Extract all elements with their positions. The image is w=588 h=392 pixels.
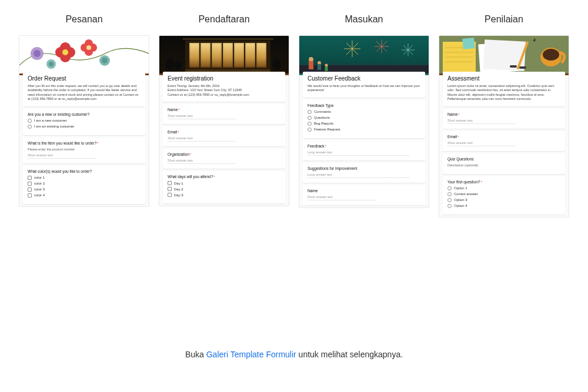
q-label: Feedback Type (308, 103, 420, 108)
checkbox-color3[interactable]: color 3 (28, 187, 141, 192)
radio-icon (28, 125, 32, 129)
template-col-feedback: Masukan (299, 14, 429, 217)
radio-comments[interactable]: Comments (308, 110, 420, 114)
question-feedback-type: Feedback Type Comments Questions Bug Rep… (303, 100, 425, 138)
q-label: Quiz Questions (447, 157, 560, 161)
template-col-assessment: Penilaian (439, 14, 569, 217)
svg-rect-44 (309, 61, 313, 69)
checkbox-icon (28, 176, 32, 180)
radio-opt3[interactable]: Option 3 (447, 198, 560, 202)
template-col-order: Pesanan (19, 14, 149, 217)
svg-point-12 (86, 45, 91, 50)
svg-rect-46 (318, 64, 321, 70)
checkbox-day2[interactable]: Day 2 (168, 187, 280, 191)
banner-flowers (19, 36, 149, 73)
gallery-link[interactable]: Galeri Template Formulir (206, 350, 296, 359)
radio-opt4[interactable]: Option 4 (447, 204, 560, 208)
question-suggestions: Suggestions for improvement Long answer … (303, 163, 425, 183)
radio-icon (447, 198, 452, 202)
banner-desk (439, 36, 569, 73)
form-title: Event registration (168, 75, 280, 82)
checkbox-color1[interactable]: color 1 (28, 176, 141, 180)
radio-icon (308, 128, 312, 132)
roof-icon (183, 38, 273, 40)
short-answer-input[interactable]: Short answer text (28, 153, 95, 159)
radio-new-customer[interactable]: I am a new customer (28, 119, 141, 123)
radio-feature[interactable]: Feature Request (308, 128, 420, 132)
short-answer-input[interactable]: Short answer text (168, 114, 235, 119)
question-days: What days will you attend?* Day 1 Day 2 … (163, 171, 285, 203)
form-desc: We would love to hear your thoughts or f… (308, 84, 420, 93)
footer-text: Buka Galeri Template Formulir untuk meli… (0, 350, 588, 359)
col-title-assessment: Penilaian (485, 14, 523, 25)
svg-point-43 (309, 57, 313, 62)
checkbox-day1[interactable]: Day 1 (168, 181, 280, 185)
q-sub: Description (optional) (447, 163, 560, 167)
template-gallery: Pesanan (0, 0, 588, 217)
checkbox-icon (168, 187, 172, 191)
radio-bugs[interactable]: Bug Reports (308, 122, 420, 126)
template-card-assessment[interactable]: Assessment Lorem ipsum dolor sit amet, c… (439, 35, 569, 217)
svg-point-61 (543, 49, 559, 61)
q-label: What color(s) would you like to order? (28, 169, 141, 173)
question-first: Your first question?* Option 1 Correct a… (443, 176, 565, 215)
svg-rect-57 (462, 38, 475, 49)
flowers-icon (19, 36, 149, 73)
quiz-header: Quiz Questions Description (optional) (443, 153, 565, 174)
svg-point-16 (49, 62, 54, 66)
short-answer-input[interactable]: Short answer text (168, 159, 235, 164)
form-header: Event registration Event Timing: January… (163, 72, 285, 102)
svg-rect-62 (510, 65, 517, 68)
short-answer-input[interactable]: Short answer text (447, 141, 515, 146)
short-answer-input[interactable]: Short answer text (168, 136, 235, 142)
checkbox-icon (168, 193, 172, 197)
checkbox-day3[interactable]: Day 3 (168, 193, 280, 197)
form-desc: After you fill out this order request, w… (28, 84, 141, 102)
radio-existing-customer[interactable]: I am an existing customer (28, 125, 141, 129)
template-card-event[interactable]: Event registration Event Timing: January… (159, 35, 289, 206)
long-answer-input[interactable]: Long answer text (308, 150, 409, 156)
form-title: Assessment (447, 75, 560, 82)
fireworks-icon (299, 36, 429, 73)
radio-icon (28, 119, 32, 123)
col-title-order: Pesanan (65, 14, 102, 25)
radio-icon (308, 110, 312, 114)
checkbox-color2[interactable]: color 2 (28, 182, 141, 186)
q-label: Suggestions for improvement (308, 166, 420, 170)
building-icon (185, 41, 270, 70)
radio-opt1[interactable]: Option 1 (447, 186, 560, 190)
form-title: Order Request (28, 75, 141, 82)
question-email: Email* Short answer text (163, 126, 285, 146)
question-feedback: Feedback* Long answer text (303, 140, 425, 160)
svg-point-7 (62, 49, 68, 55)
long-answer-input[interactable]: Long answer text (308, 173, 409, 178)
question-name: Name Short answer text (303, 185, 425, 205)
checkbox-icon (28, 182, 32, 186)
q-label: Name* (447, 112, 560, 116)
svg-rect-48 (325, 66, 328, 71)
form-title: Customer Feedback (308, 75, 420, 82)
svg-point-2 (34, 50, 41, 57)
radio-correct[interactable]: Correct answer (447, 192, 560, 196)
short-answer-input[interactable]: Short answer text (308, 195, 375, 200)
q-label: Email* (168, 130, 280, 134)
radio-icon (447, 192, 452, 196)
banner-venue (159, 36, 289, 73)
checkbox-color4[interactable]: color 4 (28, 193, 141, 197)
form-header: Assessment Lorem ipsum dolor sit amet, c… (443, 72, 565, 106)
question-org: Organization* Short answer text (163, 149, 285, 169)
q-label: Organization* (168, 152, 280, 156)
question-customer-type: Are you a new or existing customer? I am… (23, 109, 145, 135)
radio-icon (308, 116, 312, 120)
col-title-event: Pendaftaran (198, 14, 249, 25)
q-label: Feedback* (308, 144, 420, 148)
svg-point-14 (102, 58, 108, 63)
template-card-feedback[interactable]: Customer Feedback We would love to hear … (299, 35, 429, 208)
q-hint: Please enter the product number (28, 148, 141, 151)
radio-icon (308, 122, 312, 126)
svg-point-47 (325, 64, 328, 67)
short-answer-input[interactable]: Short answer text (447, 119, 515, 124)
radio-questions[interactable]: Questions (308, 116, 420, 120)
q-label: Your first question?* (447, 180, 560, 184)
template-card-order[interactable]: Order Request After you fill out this or… (19, 35, 149, 207)
